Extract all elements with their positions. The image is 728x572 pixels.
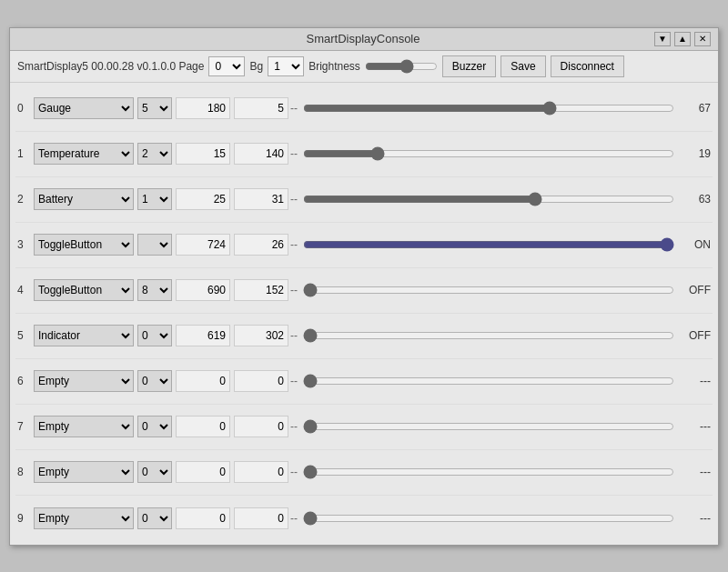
row-type-select-7[interactable]: Empty (34, 416, 134, 437)
row-slider-4[interactable] (303, 283, 674, 297)
table-row: 7 Empty 0 -- --- (15, 405, 713, 450)
minimize-button[interactable]: ▼ (654, 32, 671, 46)
table-row: 9 Empty 0 -- --- (15, 496, 713, 541)
row-val2-3[interactable] (234, 234, 288, 256)
table-row: 5 Indicator 0 -- OFF (15, 314, 713, 359)
row-val2-0[interactable] (234, 97, 288, 119)
row-num-select-4[interactable]: 8 (137, 279, 172, 301)
row-slider-9[interactable] (303, 511, 674, 526)
row-display-0: 67 (678, 102, 711, 115)
window-controls: ▼ ▲ ✕ (654, 32, 711, 46)
row-display-3: ON (678, 238, 711, 251)
row-slider-7[interactable] (303, 419, 674, 434)
title-bar: SmartDisplayConsole ▼ ▲ ✕ (10, 28, 718, 51)
disconnect-button[interactable]: Disconnect (551, 55, 624, 77)
row-num-select-7[interactable]: 0 (137, 416, 172, 437)
row-type-select-8[interactable]: Empty (34, 461, 134, 483)
buzzer-button[interactable]: Buzzer (442, 55, 496, 77)
row-slider-area-1 (303, 146, 674, 161)
brightness-label: Brightness (308, 60, 360, 73)
row-num-select-5[interactable]: 0 (137, 325, 172, 346)
bg-select[interactable]: 10 (268, 56, 304, 76)
row-slider-2[interactable] (303, 192, 674, 206)
row-dash-5: -- (290, 329, 298, 342)
table-row: 4 ToggleButton 8 -- OFF (15, 268, 713, 314)
row-val1-5[interactable] (176, 325, 230, 346)
save-button[interactable]: Save (500, 55, 545, 77)
row-slider-area-3 (303, 237, 674, 252)
row-dash-4: -- (290, 284, 298, 296)
row-index-8: 8 (17, 466, 34, 478)
row-index-4: 4 (17, 284, 34, 296)
row-val1-9[interactable] (176, 507, 230, 529)
row-val2-6[interactable] (234, 370, 288, 392)
row-slider-area-8 (303, 465, 674, 479)
row-display-2: 63 (678, 193, 711, 206)
row-num-select-9[interactable]: 0 (137, 507, 172, 529)
row-num-select-2[interactable]: 1 (137, 188, 172, 210)
row-val2-4[interactable] (234, 279, 288, 301)
row-val2-2[interactable] (234, 188, 288, 210)
row-index-9: 9 (17, 512, 34, 525)
row-type-select-1[interactable]: Temperature (34, 143, 134, 165)
row-index-1: 1 (17, 147, 34, 160)
row-index-7: 7 (17, 420, 34, 433)
row-num-select-8[interactable]: 0 (137, 461, 172, 483)
table-row: 3 ToggleButton -- ON (15, 223, 713, 268)
rows-container: 0 Gauge 5 -- 67 1 Temperature 2 -- 19 2 … (10, 83, 718, 545)
toolbar: SmartDisplay5 00.00.28 v0.1.0.0 Page 012… (10, 51, 718, 83)
row-slider-area-2 (303, 192, 674, 206)
row-dash-3: -- (290, 238, 298, 251)
row-val2-7[interactable] (234, 416, 288, 437)
row-num-select-3[interactable] (137, 234, 172, 256)
row-val1-4[interactable] (176, 279, 230, 301)
row-type-select-9[interactable]: Empty (34, 507, 134, 529)
row-slider-0[interactable] (303, 101, 674, 115)
table-row: 8 Empty 0 -- --- (15, 450, 713, 496)
row-slider-8[interactable] (303, 465, 674, 479)
row-slider-3[interactable] (303, 237, 674, 252)
row-type-select-3[interactable]: ToggleButton (34, 234, 134, 256)
row-slider-1[interactable] (303, 146, 674, 161)
row-type-select-5[interactable]: Indicator (34, 325, 134, 346)
row-val1-2[interactable] (176, 188, 230, 210)
row-display-1: 19 (678, 147, 711, 160)
page-select[interactable]: 012 (208, 56, 245, 76)
table-row: 6 Empty 0 -- --- (15, 359, 713, 405)
row-val2-9[interactable] (234, 507, 288, 529)
row-dash-8: -- (290, 466, 298, 478)
maximize-button[interactable]: ▲ (674, 32, 691, 46)
row-slider-area-0 (303, 101, 674, 115)
row-val2-1[interactable] (234, 143, 288, 165)
row-index-0: 0 (17, 102, 34, 115)
row-display-5: OFF (678, 329, 711, 342)
row-type-select-4[interactable]: ToggleButton (34, 279, 134, 301)
row-val1-3[interactable] (176, 234, 230, 256)
row-num-select-0[interactable]: 5 (137, 97, 172, 119)
row-val2-8[interactable] (234, 461, 288, 483)
row-display-8: --- (678, 466, 711, 478)
row-dash-1: -- (290, 147, 298, 160)
row-num-select-1[interactable]: 2 (137, 143, 172, 165)
row-val2-5[interactable] (234, 325, 288, 346)
close-button[interactable]: ✕ (694, 32, 711, 46)
table-row: 0 Gauge 5 -- 67 (15, 86, 713, 132)
row-val1-7[interactable] (176, 416, 230, 437)
row-type-select-0[interactable]: Gauge (34, 97, 134, 119)
row-dash-7: -- (290, 420, 298, 433)
row-type-select-6[interactable]: Empty (34, 370, 134, 392)
row-val1-0[interactable] (176, 97, 230, 119)
row-type-select-2[interactable]: Battery (34, 188, 134, 210)
row-val1-1[interactable] (176, 143, 230, 165)
row-num-select-6[interactable]: 0 (137, 370, 172, 392)
row-dash-0: -- (290, 102, 298, 115)
row-slider-6[interactable] (303, 374, 674, 388)
table-row: 2 Battery 1 -- 63 (15, 177, 713, 223)
row-val1-6[interactable] (176, 370, 230, 392)
device-label: SmartDisplay5 00.00.28 v0.1.0.0 Page (17, 60, 204, 73)
row-display-7: --- (678, 420, 711, 433)
bg-label: Bg (249, 60, 263, 73)
row-slider-5[interactable] (303, 328, 674, 343)
brightness-slider[interactable] (365, 59, 438, 74)
row-val1-8[interactable] (176, 461, 230, 483)
